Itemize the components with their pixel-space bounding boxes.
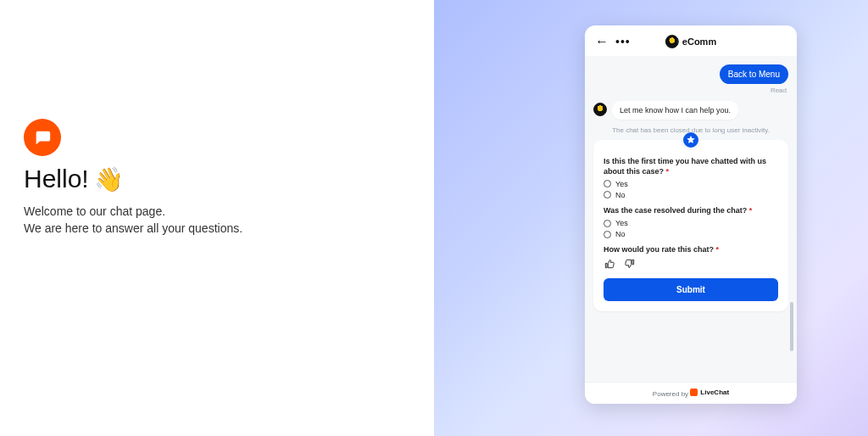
agent-avatar-icon [593, 103, 607, 116]
survey-card: Is this the first time you have chatted … [593, 140, 788, 311]
radio-icon [604, 191, 611, 198]
read-receipt: Read [593, 87, 787, 94]
thumbs-down-icon[interactable] [624, 258, 636, 270]
chat-widget: ← ••• eComm Back to Menu Read Let me kno… [585, 25, 797, 404]
q1-option-yes[interactable]: Yes [604, 180, 778, 188]
livechat-logo-icon [690, 388, 698, 396]
brand-block: eComm [665, 35, 716, 48]
gradient-backdrop: ← ••• eComm Back to Menu Read Let me kno… [434, 0, 868, 436]
q2-text: Was the case resolved during the chat? [604, 206, 747, 215]
welcome-line-2: We are here to answer all your questions… [24, 221, 434, 238]
q3-text: How would you rate this chat? [604, 245, 714, 254]
q2-option-no[interactable]: No [604, 230, 778, 238]
q1-required: * [666, 167, 670, 176]
q3-required: * [716, 245, 720, 254]
thumbs-up-icon[interactable] [604, 258, 615, 270]
footer-brand-text: LiveChat [700, 388, 729, 396]
footer-prefix: Powered by [653, 390, 688, 398]
q2-required: * [749, 206, 753, 215]
hello-heading: Hello! 👋 [24, 165, 434, 193]
radio-icon [604, 180, 611, 187]
survey-q2: Was the case resolved during the chat? *… [604, 206, 778, 238]
q2-opt-no-label: No [615, 230, 626, 238]
survey-q3: How would you rate this chat? * [604, 245, 778, 270]
q1-opt-no-label: No [615, 191, 626, 199]
survey-q1: Is this the first time you have chatted … [604, 157, 778, 199]
q2-option-yes[interactable]: Yes [604, 219, 778, 227]
agent-message-row: Let me know how I can help you. [593, 101, 788, 120]
back-arrow-icon[interactable]: ← [595, 34, 609, 49]
more-options-icon[interactable]: ••• [615, 35, 631, 48]
agent-message: Let me know how I can help you. [612, 101, 738, 120]
footer-brand-link[interactable]: LiveChat [690, 388, 729, 396]
hello-text: Hello! [24, 165, 89, 193]
radio-icon [604, 220, 611, 227]
q1-text: Is this the first time you have chatted … [604, 157, 766, 175]
chat-header: ← ••• eComm [585, 25, 797, 56]
brand-avatar-icon [665, 35, 679, 48]
landing-left-pane: Hello! 👋 Welcome to our chat page. We ar… [0, 0, 434, 436]
q2-opt-yes-label: Yes [615, 219, 628, 227]
chat-bubble-icon [24, 119, 61, 156]
q1-option-no[interactable]: No [604, 191, 778, 199]
scrollbar-thumb[interactable] [790, 302, 793, 351]
chat-body: Back to Menu Read Let me know how I can … [585, 56, 797, 382]
submit-button[interactable]: Submit [604, 278, 778, 301]
wave-emoji-icon: 👋 [94, 165, 124, 193]
chat-footer: Powered by LiveChat [585, 382, 797, 404]
q1-opt-yes-label: Yes [615, 180, 628, 188]
brand-name: eComm [682, 36, 716, 47]
radio-icon [604, 231, 611, 238]
welcome-line-1: Welcome to our chat page. [24, 204, 434, 221]
back-to-menu-button[interactable]: Back to Menu [720, 64, 788, 84]
